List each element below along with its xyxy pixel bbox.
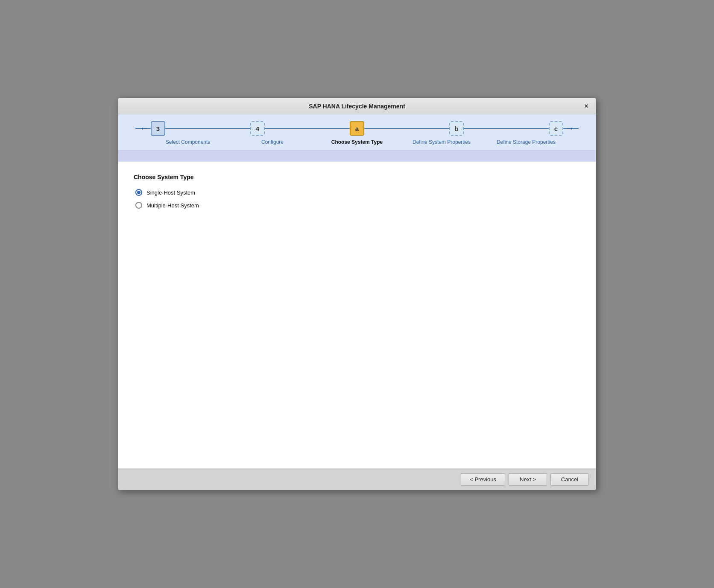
step-badge-c: c <box>549 121 563 136</box>
step-item-3[interactable]: 3 <box>151 121 165 136</box>
step-badge-b: b <box>449 121 464 136</box>
step-item-b[interactable]: b <box>449 121 464 136</box>
footer: < Previous Next > Cancel <box>118 469 596 490</box>
arrow-left-icon[interactable]: ← <box>140 123 149 134</box>
step-badge-a: a <box>350 121 364 136</box>
close-button[interactable]: × <box>582 102 591 111</box>
step-item-c[interactable]: c <box>549 121 563 136</box>
previous-button[interactable]: < Previous <box>461 473 505 486</box>
steps-labels-row: Select Components Configure Choose Syste… <box>135 139 579 150</box>
dialog-window: SAP HANA Lifecycle Management × ← 3 4 a <box>118 98 596 490</box>
step-label-c: Define Storage Properties <box>484 139 568 145</box>
step-label-3: Select Components <box>146 139 230 145</box>
radio-single-label: Single-Host System <box>146 189 195 196</box>
radio-item-multiple[interactable]: Multiple-Host System <box>135 202 580 209</box>
arrow-right-icon[interactable]: → <box>565 123 574 134</box>
step-item-a[interactable]: a <box>350 121 364 136</box>
next-button[interactable]: Next > <box>509 473 547 486</box>
section-title: Choose System Type <box>134 174 580 180</box>
radio-single-indicator <box>135 189 142 196</box>
main-content: Choose System Type Single-Host System Mu… <box>118 162 596 469</box>
step-badge-3: 3 <box>151 121 165 136</box>
step-label-a: Choose System Type <box>315 139 399 145</box>
wizard-highlight-bar <box>118 151 596 162</box>
steps-row: ← 3 4 a b c <box>135 121 579 136</box>
title-bar: SAP HANA Lifecycle Management × <box>118 98 596 114</box>
radio-item-single[interactable]: Single-Host System <box>135 189 580 196</box>
wizard-steps-area: ← 3 4 a b c <box>118 114 596 151</box>
step-label-4: Configure <box>230 139 315 145</box>
radio-multiple-indicator <box>135 202 142 209</box>
step-label-b: Define System Properties <box>399 139 484 145</box>
step-item-4[interactable]: 4 <box>250 121 265 136</box>
dialog-title: SAP HANA Lifecycle Management <box>132 103 582 110</box>
step-badge-4: 4 <box>250 121 265 136</box>
system-type-radio-group: Single-Host System Multiple-Host System <box>135 189 580 209</box>
radio-multiple-label: Multiple-Host System <box>146 202 199 209</box>
cancel-button[interactable]: Cancel <box>550 473 589 486</box>
